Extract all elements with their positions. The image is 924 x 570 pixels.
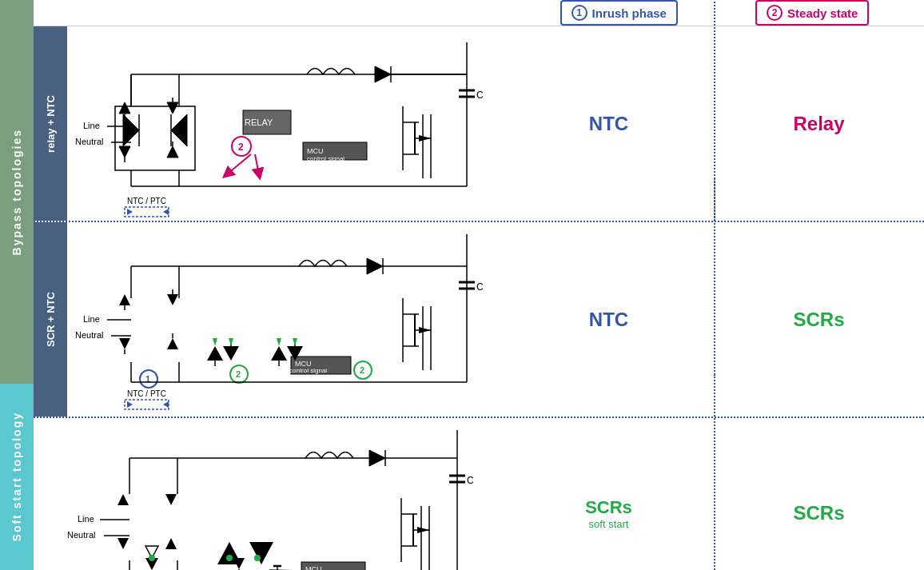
- svg-line-32: [227, 154, 251, 174]
- header-left-space: [34, 0, 505, 26]
- svg-marker-157: [417, 527, 429, 533]
- svg-marker-137: [249, 542, 273, 564]
- inrush-phase-badge: 1 Inrush phase: [560, 0, 678, 26]
- steady-num: 2: [767, 5, 783, 21]
- svg-marker-113: [369, 450, 385, 466]
- topology-rows: relay + NTC: [34, 26, 924, 570]
- row-relay-ntc: relay + NTC: [34, 26, 924, 222]
- soft-start-right-labels: SCRs soft start SCRs: [504, 418, 924, 570]
- svg-marker-16: [163, 209, 169, 215]
- scr-ntc-sublabel: SCR + NTC: [34, 222, 67, 417]
- inrush-num: 1: [572, 5, 587, 21]
- svg-marker-65: [119, 294, 130, 305]
- bypass-topologies-label: Bypass topologies: [0, 0, 34, 384]
- svg-text:NTC / PTC: NTC / PTC: [127, 389, 166, 398]
- svg-point-142: [226, 555, 233, 561]
- svg-text:NTC / PTC: NTC / PTC: [127, 197, 166, 205]
- row-soft-start: C Line Neutral: [34, 418, 924, 570]
- svg-marker-85: [223, 346, 239, 361]
- svg-text:2: 2: [360, 365, 364, 375]
- relay-ntc-sublabel: relay + NTC: [34, 26, 67, 221]
- svg-text:MCU: MCU: [307, 147, 324, 155]
- circuit-svg-scr-ntc: C Line Neutral: [67, 222, 504, 413]
- svg-marker-51: [167, 146, 178, 157]
- page: Bypass topologies Soft start topology 1 …: [0, 0, 924, 570]
- svg-marker-71: [167, 338, 178, 349]
- circuit-svg-relay-ntc: Line Neutral NTC / PTC: [67, 26, 504, 217]
- scr-ntc-steady-label: SCRs: [714, 222, 924, 417]
- v-divider-line-3: [714, 374, 715, 570]
- svg-line-33: [255, 154, 259, 174]
- svg-text:2: 2: [236, 369, 241, 379]
- soft-start-circuit: C Line Neutral: [34, 418, 504, 570]
- svg-marker-49: [119, 146, 130, 157]
- top-header: 1 Inrush phase 2 Steady state: [34, 0, 924, 26]
- svg-marker-18: [375, 66, 391, 82]
- svg-marker-15: [127, 209, 133, 215]
- left-bar: Bypass topologies Soft start topology: [0, 0, 34, 570]
- row-scr-ntc: SCR + NTC: [34, 222, 924, 418]
- svg-marker-40: [419, 135, 431, 142]
- svg-text:C: C: [467, 475, 474, 486]
- svg-marker-47: [167, 102, 178, 114]
- svg-text:RELAY: RELAY: [245, 118, 273, 127]
- svg-marker-3: [123, 114, 139, 146]
- svg-marker-5: [171, 114, 187, 146]
- scr-ntc-circuit: C Line Neutral: [67, 222, 504, 417]
- steady-label: Steady state: [787, 6, 858, 20]
- svg-marker-101: [293, 338, 297, 346]
- svg-text:control signal: control signal: [307, 155, 345, 162]
- soft-start-inrush-label: SCRs soft start: [504, 418, 714, 570]
- main-content: 1 Inrush phase 2 Steady state relay + NT…: [34, 0, 924, 570]
- svg-text:Line: Line: [83, 314, 100, 324]
- svg-text:Line: Line: [78, 514, 94, 524]
- svg-text:C: C: [476, 90, 484, 101]
- steady-state-badge: 2 Steady state: [755, 0, 869, 26]
- svg-marker-83: [207, 346, 223, 361]
- svg-marker-67: [167, 294, 178, 305]
- svg-marker-108: [419, 327, 431, 333]
- inrush-label: Inrush phase: [592, 6, 667, 20]
- soft-start-steady-label: SCRs: [714, 418, 924, 570]
- svg-text:MCU: MCU: [305, 565, 322, 570]
- svg-text:2: 2: [238, 142, 244, 153]
- svg-text:Neutral: Neutral: [67, 530, 95, 540]
- relay-ntc-circuit: Line Neutral NTC / PTC: [67, 26, 504, 221]
- svg-point-143: [254, 555, 261, 561]
- scr-ntc-inrush-label: NTC: [504, 222, 714, 417]
- circuit-svg-soft: C Line Neutral: [34, 418, 504, 570]
- svg-marker-126: [165, 538, 177, 549]
- relay-ntc-steady-label: Relay: [714, 26, 924, 221]
- svg-text:Neutral: Neutral: [75, 137, 103, 146]
- svg-text:Neutral: Neutral: [75, 330, 103, 340]
- svg-marker-125: [117, 538, 129, 549]
- svg-marker-45: [119, 102, 130, 114]
- svg-point-135: [149, 555, 155, 561]
- svg-marker-89: [213, 338, 217, 346]
- svg-marker-80: [163, 401, 169, 408]
- svg-text:C: C: [476, 281, 484, 293]
- svg-marker-94: [271, 346, 287, 361]
- svg-marker-55: [367, 258, 383, 274]
- svg-marker-90: [229, 338, 233, 346]
- svg-text:control signal: control signal: [289, 367, 327, 374]
- soft-start-topology-label: Soft start topology: [0, 384, 34, 570]
- svg-marker-79: [127, 401, 133, 408]
- svg-marker-69: [119, 338, 130, 349]
- svg-text:Line: Line: [83, 121, 100, 130]
- relay-ntc-inrush-label: NTC: [504, 26, 714, 221]
- svg-marker-100: [277, 338, 281, 346]
- svg-marker-123: [117, 494, 129, 505]
- svg-marker-124: [165, 494, 177, 505]
